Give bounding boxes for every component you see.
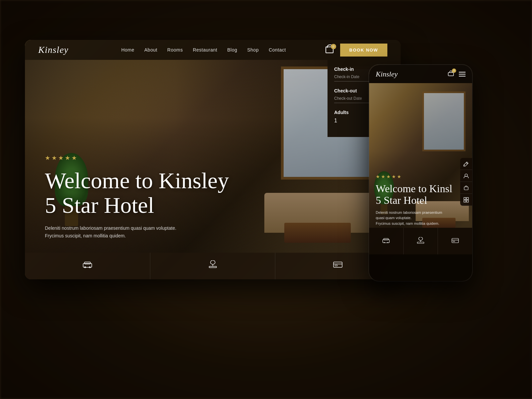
room-table <box>284 223 351 243</box>
mobile-cart-button[interactable]: 0 <box>448 70 454 78</box>
mobile-tool-grid[interactable] <box>460 194 472 206</box>
grid-icon <box>464 197 469 202</box>
card-icon <box>333 261 343 270</box>
mobile-concierge-icon <box>417 237 424 245</box>
mobile-booking-cell-taxi[interactable] <box>369 228 404 254</box>
mobile-star-3: ★ <box>386 174 391 180</box>
desktop-star-rating: ★ ★ ★ ★ ★ <box>45 154 229 162</box>
star-4: ★ <box>65 154 70 162</box>
booking-section-hotel[interactable] <box>150 253 276 279</box>
mobile-side-toolbar <box>460 158 472 206</box>
mobile-star-rating: ★ ★ ★ ★ ★ <box>376 174 466 180</box>
desktop-logo: Kinsley <box>38 45 68 55</box>
mobile-booking-row <box>369 228 472 254</box>
mobile-logo: Kinsley <box>376 70 398 78</box>
mobile-mockup: Kinsley 0 ★ ★ ★ ★ ★ Welcome to Ki <box>369 65 472 281</box>
svg-rect-17 <box>464 200 466 202</box>
hamburger-line-2 <box>459 74 466 74</box>
mobile-hero-subtitle-1: Deleniti nostrum laboriosam praesentium <box>376 210 466 215</box>
desktop-mockup: Kinsley Home About Rooms Restaurant Blog… <box>25 40 401 279</box>
svg-rect-18 <box>466 200 468 202</box>
nav-link-rooms[interactable]: Rooms <box>167 47 183 53</box>
desktop-hero-title: Welcome to Kinsley5 Star Hotel <box>45 168 229 218</box>
mobile-star-2: ★ <box>381 174 385 180</box>
mobile-navbar: Kinsley 0 <box>369 65 472 83</box>
mobile-star-4: ★ <box>392 174 396 180</box>
nav-link-contact[interactable]: Contact <box>269 47 286 53</box>
desktop-hero-bg: Kinsley Home About Rooms Restaurant Blog… <box>25 40 401 279</box>
mobile-hero-subtitle-2: quasi quam voluptate. <box>376 215 466 221</box>
svg-point-4 <box>210 260 215 264</box>
mobile-star-5: ★ <box>397 174 401 180</box>
svg-rect-14 <box>464 187 468 190</box>
mobile-cart-badge: 0 <box>452 68 456 73</box>
cart-tool-icon <box>464 186 469 190</box>
desktop-hero-content: ★ ★ ★ ★ ★ Welcome to Kinsley5 Star Hotel… <box>45 154 229 239</box>
mobile-booking-cell-hotel[interactable] <box>404 228 438 254</box>
nav-link-blog[interactable]: Blog <box>227 47 237 53</box>
desktop-hero-subtitle-1: Deleniti nostrum laboriosam praesentium … <box>45 224 229 232</box>
desktop-cart-button[interactable]: 0 <box>326 47 333 53</box>
svg-line-11 <box>466 163 467 164</box>
mobile-hero-subtitle-3: Frycimus suscipit, nam mollitia quidem. <box>376 221 466 226</box>
nav-link-shop[interactable]: Shop <box>247 47 259 53</box>
star-5: ★ <box>71 154 77 162</box>
edit-icon <box>464 161 469 167</box>
svg-rect-15 <box>464 198 466 200</box>
nav-link-home[interactable]: Home <box>121 47 134 53</box>
desktop-hero-subtitle-2: Frycimus suscipit, nam mollitia quidem. <box>45 232 229 239</box>
star-1: ★ <box>45 154 50 162</box>
desktop-navbar: Kinsley Home About Rooms Restaurant Blog… <box>25 40 401 60</box>
hamburger-line-1 <box>459 72 466 72</box>
svg-point-23 <box>419 237 423 240</box>
nav-link-about[interactable]: About <box>144 47 157 53</box>
svg-rect-28 <box>453 241 455 242</box>
mobile-safe-area <box>369 254 472 281</box>
svg-rect-10 <box>448 72 454 76</box>
user-icon <box>464 173 469 179</box>
mobile-star-1: ★ <box>376 174 380 180</box>
mobile-tool-user[interactable] <box>460 170 472 182</box>
svg-rect-7 <box>333 262 342 267</box>
hamburger-line-3 <box>459 76 466 76</box>
mobile-nav-right: 0 <box>448 70 466 78</box>
desktop-nav-right: 0 BOOK NOW <box>326 44 387 57</box>
mobile-bottom-bar <box>369 228 472 281</box>
desktop-booking-bar <box>25 253 401 279</box>
desktop-cart-badge: 0 <box>331 44 336 49</box>
mobile-hero-content: ★ ★ ★ ★ ★ Welcome to Kinsl5 Star Hotel D… <box>376 174 466 226</box>
svg-rect-24 <box>417 242 424 243</box>
mobile-tool-cart[interactable] <box>460 182 472 194</box>
mobile-booking-cell-card[interactable] <box>438 228 472 254</box>
booking-section-taxi[interactable] <box>25 253 150 279</box>
svg-rect-5 <box>209 266 216 268</box>
mobile-hero-title: Welcome to Kinsl5 Star Hotel <box>376 183 466 206</box>
svg-rect-1 <box>84 262 90 264</box>
book-now-button[interactable]: BOOK NOW <box>340 44 387 57</box>
svg-rect-26 <box>452 238 459 243</box>
desktop-nav-links: Home About Rooms Restaurant Blog Shop Co… <box>82 47 326 53</box>
mobile-card-icon <box>452 238 459 245</box>
star-3: ★ <box>58 154 64 162</box>
star-2: ★ <box>52 154 57 162</box>
mobile-taxi-icon <box>382 238 390 245</box>
mobile-room-window <box>422 91 466 151</box>
svg-rect-16 <box>466 198 468 200</box>
taxi-icon <box>82 261 92 270</box>
nav-link-restaurant[interactable]: Restaurant <box>193 47 217 53</box>
mobile-hamburger-button[interactable] <box>459 72 466 76</box>
mobile-tool-edit[interactable] <box>460 158 472 170</box>
concierge-icon <box>208 260 217 270</box>
svg-rect-9 <box>335 265 337 266</box>
